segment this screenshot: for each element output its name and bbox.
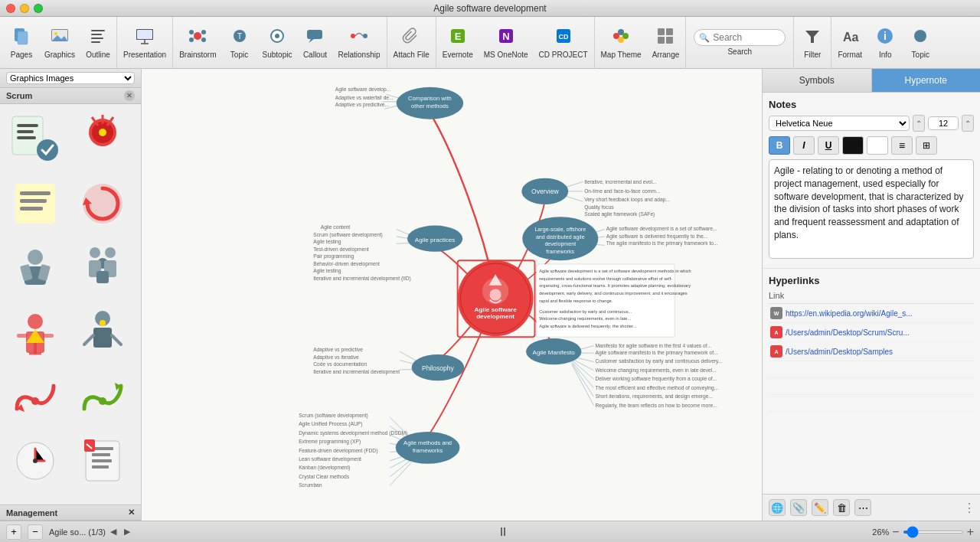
svg-rect-76 [96, 271, 109, 283]
arrange-button[interactable]: Arrange [648, 23, 684, 62]
relationship-button[interactable]: Relationship [333, 23, 384, 62]
brainstorm-button[interactable]: Brainstorm [175, 23, 220, 62]
tab-symbols[interactable]: Symbols [763, 69, 872, 92]
page-next-button[interactable]: ▶ [121, 526, 133, 537]
underline-button[interactable]: U [818, 136, 839, 155]
toolbar-group-view: Pages Graphics Outline [3, 17, 117, 68]
callout-icon [305, 26, 325, 49]
maximize-button[interactable] [34, 4, 43, 13]
outline-button[interactable]: Outline [81, 23, 115, 62]
canvas-area[interactable]: Agile software develop... Adaptive vs wa… [142, 69, 762, 521]
bold-button[interactable]: B [769, 136, 790, 155]
minimize-button[interactable] [20, 4, 29, 13]
list-item[interactable] [5, 173, 66, 234]
pause-button[interactable]: ⏸ [497, 525, 509, 539]
svg-point-71 [90, 247, 100, 258]
brainstorm-label: Brainstorm [179, 51, 216, 59]
topic-button[interactable]: T Topic [223, 23, 256, 62]
hyperlink-row-wiki[interactable]: W https://en.wikipedia.org/wiki/Agile_s.… [769, 304, 974, 323]
evernote-button[interactable]: E Evernote [438, 23, 478, 62]
hyperlink-add-button[interactable]: 📎 [790, 499, 807, 516]
cd-project-button[interactable]: CD CD PROJECT [534, 23, 593, 62]
svg-rect-8 [91, 38, 103, 39]
list-item[interactable] [72, 302, 133, 363]
sidebar-section-management-label: Management [6, 508, 57, 518]
format-button[interactable]: Aa Format [833, 23, 867, 62]
list-item[interactable] [5, 302, 66, 363]
sidebar-management-close[interactable]: ✕ [128, 508, 135, 518]
close-button[interactable] [6, 4, 15, 13]
font-controls: Helvetica Neue ⌃ ⌃ [769, 115, 974, 132]
hyperlink-edit-button[interactable]: ✏️ [812, 499, 828, 516]
presentation-button[interactable]: Presentation [119, 23, 171, 62]
list-item[interactable] [72, 366, 133, 427]
map-theme-label: Map Theme [601, 51, 642, 59]
list-item[interactable] [5, 430, 66, 491]
page-prev-button[interactable]: ◀ [107, 526, 119, 537]
callout-label: Callout [303, 51, 327, 59]
sidebar-category-select[interactable]: Graphics Images [6, 72, 135, 84]
topic-right-button[interactable]: Topic [903, 23, 937, 62]
list-item[interactable] [5, 495, 66, 504]
hyperlink-web-button[interactable]: 🌐 [769, 499, 786, 516]
zoom-slider[interactable] [903, 531, 964, 534]
toolbar-group-attach: Attach File [387, 17, 436, 68]
list-item[interactable] [5, 109, 66, 170]
file1-icon: A [770, 326, 782, 338]
zoom-in-button[interactable]: + [967, 525, 974, 539]
zoom-out-button[interactable]: − [892, 525, 899, 539]
toolbar-group-search: 🔍 Search [686, 17, 794, 68]
list-item[interactable] [72, 237, 133, 299]
topic-right-icon [910, 26, 930, 49]
font-family-select[interactable]: Helvetica Neue [769, 116, 910, 131]
callout-button[interactable]: Callout [298, 23, 332, 62]
arrange-label: Arrange [652, 51, 680, 59]
graphics-button[interactable]: Graphics [40, 23, 80, 62]
evernote-label: Evernote [443, 51, 473, 59]
info-button[interactable]: i Info [868, 23, 902, 62]
font-size-input[interactable] [928, 116, 959, 130]
attach-file-button[interactable]: Attach File [389, 23, 434, 62]
hyperlink-row-file1[interactable]: A /Users/admin/Desktop/Scrum/Scru... [769, 323, 974, 342]
svg-text:Agile testing: Agile testing [313, 239, 341, 245]
list-item[interactable] [72, 495, 133, 504]
bg-color-swatch[interactable] [867, 136, 888, 155]
hyperlink-row-file2[interactable]: A /Users/admin/Desktop/Samples [769, 342, 974, 361]
text-color-swatch[interactable] [842, 136, 864, 155]
notes-textarea[interactable]: Agile - relating to or denoting a method… [769, 159, 974, 259]
notes-title: Notes [769, 99, 974, 110]
svg-text:Short iterations, requirements: Short iterations, requirements, and desi… [595, 393, 713, 400]
list-item[interactable] [5, 237, 66, 299]
svg-text:and distributed agile: and distributed agile [536, 234, 585, 240]
svg-point-86 [100, 320, 106, 326]
onenote-icon: N [496, 26, 516, 49]
svg-text:frameworks: frameworks [413, 448, 443, 455]
font-chevron-btn[interactable]: ⌃ [913, 115, 925, 132]
remove-page-button[interactable]: − [28, 524, 43, 540]
svg-point-4 [54, 32, 57, 35]
filter-button[interactable]: Filter [795, 23, 829, 62]
svg-rect-51 [17, 124, 38, 127]
ms-onenote-button[interactable]: N MS OneNote [479, 23, 533, 62]
right-panel-resize-handle[interactable]: ⋮ [963, 499, 974, 516]
window-controls[interactable] [6, 4, 43, 13]
list-item[interactable] [72, 430, 133, 491]
sidebar-section-close[interactable]: ✕ [124, 90, 135, 101]
svg-text:Welcome changing requirements,: Welcome changing requirements, even in l… [595, 367, 716, 374]
italic-button[interactable]: I [793, 136, 815, 155]
tab-hypernote[interactable]: Hypernote [872, 69, 981, 92]
list-item[interactable] [72, 109, 133, 170]
hyperlink-more-button[interactable]: ⋯ [854, 499, 871, 516]
list-button[interactable]: ≡ [891, 136, 913, 155]
map-theme-button[interactable]: Map Theme [596, 23, 646, 62]
brainstorm-icon [188, 26, 207, 49]
list-item[interactable] [72, 173, 133, 234]
format-label: Format [838, 51, 862, 59]
list-item[interactable] [5, 366, 66, 427]
subtopic-button[interactable]: Subtopic [258, 23, 297, 62]
hyperlink-delete-button[interactable]: 🗑 [833, 499, 850, 516]
pages-button[interactable]: Pages [5, 23, 38, 62]
add-page-button[interactable]: + [6, 524, 21, 540]
align-button[interactable]: ⊞ [916, 136, 937, 155]
font-size-chevron[interactable]: ⌃ [962, 115, 974, 132]
